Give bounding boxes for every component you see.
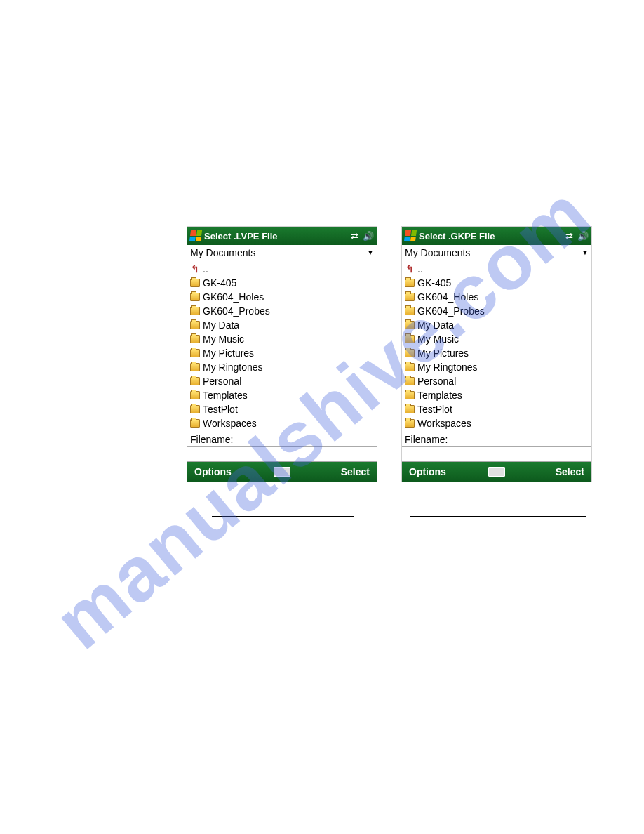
folder-row[interactable]: TestPlot	[405, 402, 589, 416]
location-dropdown[interactable]: My Documents ▼	[402, 245, 591, 260]
folder-row[interactable]: My Pictures	[405, 346, 589, 360]
folder-row[interactable]: Personal	[190, 374, 374, 388]
folder-label: My Pictures	[417, 346, 469, 360]
folder-row[interactable]: My Data	[190, 318, 374, 332]
device-screenshot-left: Select .LVPE File ⇄ 🔊 My Documents ▼ ↰ .…	[187, 226, 377, 482]
folder-label: GK604_Probes	[417, 304, 485, 318]
figure-caption-underline-top	[189, 88, 351, 88]
keyboard-icon[interactable]	[488, 467, 505, 477]
folder-label: GK604_Holes	[417, 290, 478, 304]
windows-logo-icon	[404, 230, 417, 241]
dropdown-text: My Documents	[405, 247, 470, 258]
filename-input[interactable]	[402, 446, 591, 462]
folder-icon	[190, 307, 200, 315]
chevron-down-icon: ▼	[582, 249, 589, 256]
location-dropdown[interactable]: My Documents ▼	[187, 245, 377, 260]
up-directory-row[interactable]: ↰ ..	[190, 262, 374, 276]
folder-row[interactable]: My Music	[405, 332, 589, 346]
window-title: Select .LVPE File	[204, 231, 348, 241]
folder-icon	[190, 405, 200, 413]
folder-icon	[190, 391, 200, 399]
up-arrow-icon: ↰	[405, 262, 415, 276]
file-list-left[interactable]: ↰ .. GK-405GK604_HolesGK604_ProbesMy Dat…	[187, 260, 377, 432]
folder-label: My Music	[417, 332, 459, 346]
folder-row[interactable]: My Music	[190, 332, 374, 346]
folder-row[interactable]: My Ringtones	[190, 360, 374, 374]
file-list-right[interactable]: ↰ .. GK-405GK604_HolesGK604_ProbesMy Dat…	[402, 260, 591, 432]
dropdown-text: My Documents	[190, 247, 255, 258]
up-arrow-icon: ↰	[190, 262, 200, 276]
screenshot-pair: Select .LVPE File ⇄ 🔊 My Documents ▼ ↰ .…	[187, 226, 592, 482]
titlebar-left: Select .LVPE File ⇄ 🔊	[187, 227, 377, 245]
folder-label: My Ringtones	[417, 360, 478, 374]
folder-row[interactable]: Templates	[190, 388, 374, 402]
select-button[interactable]: Select	[505, 466, 584, 477]
folder-icon	[190, 279, 200, 287]
folder-icon	[190, 377, 200, 385]
folder-label: Templates	[417, 388, 462, 402]
folder-label: Templates	[203, 388, 248, 402]
folder-icon	[405, 377, 415, 385]
up-label: ..	[203, 262, 208, 276]
folder-label: My Data	[203, 318, 239, 332]
folder-icon	[405, 335, 415, 343]
folder-icon	[405, 279, 415, 287]
folder-row[interactable]: GK-405	[190, 276, 374, 290]
folder-icon	[190, 363, 200, 371]
bottombar-left: Options Select	[187, 462, 377, 482]
up-label: ..	[417, 262, 423, 276]
folder-label: GK-405	[417, 276, 451, 290]
folder-label: TestPlot	[417, 402, 452, 416]
figure-caption-underline-left	[212, 516, 354, 517]
options-button[interactable]: Options	[194, 466, 274, 477]
folder-label: TestPlot	[203, 402, 238, 416]
folder-row[interactable]: Workspaces	[405, 416, 589, 430]
folder-icon	[405, 419, 415, 428]
folder-icon	[190, 349, 200, 357]
folder-label: My Data	[417, 318, 454, 332]
folder-icon	[405, 349, 415, 357]
chevron-down-icon: ▼	[367, 249, 374, 256]
speaker-icon: 🔊	[577, 231, 589, 241]
folder-label: Workspaces	[417, 416, 471, 430]
titlebar-status-icons: ⇄ 🔊	[351, 231, 374, 241]
folder-label: GK604_Probes	[203, 304, 270, 318]
folder-label: GK604_Holes	[203, 290, 264, 304]
folder-icon	[405, 293, 415, 301]
folder-rows-right: GK-405GK604_HolesGK604_ProbesMy DataMy M…	[405, 276, 589, 430]
figure-caption-underline-right	[410, 516, 586, 517]
folder-rows-left: GK-405GK604_HolesGK604_ProbesMy DataMy M…	[190, 276, 374, 430]
connectivity-icon: ⇄	[565, 231, 573, 241]
keyboard-icon[interactable]	[274, 467, 290, 477]
titlebar-right: Select .GKPE File ⇄ 🔊	[402, 227, 591, 245]
titlebar-status-icons: ⇄ 🔊	[565, 231, 589, 241]
folder-icon	[405, 363, 415, 371]
speaker-icon: 🔊	[363, 231, 374, 241]
filename-label: Filename:	[187, 432, 377, 446]
folder-icon	[405, 321, 415, 329]
folder-row[interactable]: GK604_Holes	[190, 290, 374, 304]
folder-row[interactable]: GK604_Holes	[405, 290, 589, 304]
windows-logo-icon	[189, 230, 202, 241]
folder-row[interactable]: My Ringtones	[405, 360, 589, 374]
filename-input[interactable]	[187, 446, 377, 462]
folder-row[interactable]: Personal	[405, 374, 589, 388]
folder-icon	[190, 293, 200, 301]
folder-row[interactable]: Workspaces	[190, 416, 374, 430]
folder-icon	[405, 307, 415, 315]
folder-label: Personal	[203, 374, 241, 388]
folder-icon	[190, 335, 200, 343]
folder-row[interactable]: Templates	[405, 388, 589, 402]
folder-row[interactable]: GK-405	[405, 276, 589, 290]
folder-row[interactable]: GK604_Probes	[405, 304, 589, 318]
folder-row[interactable]: TestPlot	[190, 402, 374, 416]
device-screenshot-right: Select .GKPE File ⇄ 🔊 My Documents ▼ ↰ .…	[401, 226, 592, 482]
options-button[interactable]: Options	[409, 466, 488, 477]
select-button[interactable]: Select	[290, 466, 370, 477]
folder-row[interactable]: GK604_Probes	[190, 304, 374, 318]
folder-label: My Ringtones	[203, 360, 263, 374]
up-directory-row[interactable]: ↰ ..	[405, 262, 589, 276]
folder-icon	[190, 321, 200, 329]
folder-row[interactable]: My Data	[405, 318, 589, 332]
folder-row[interactable]: My Pictures	[190, 346, 374, 360]
